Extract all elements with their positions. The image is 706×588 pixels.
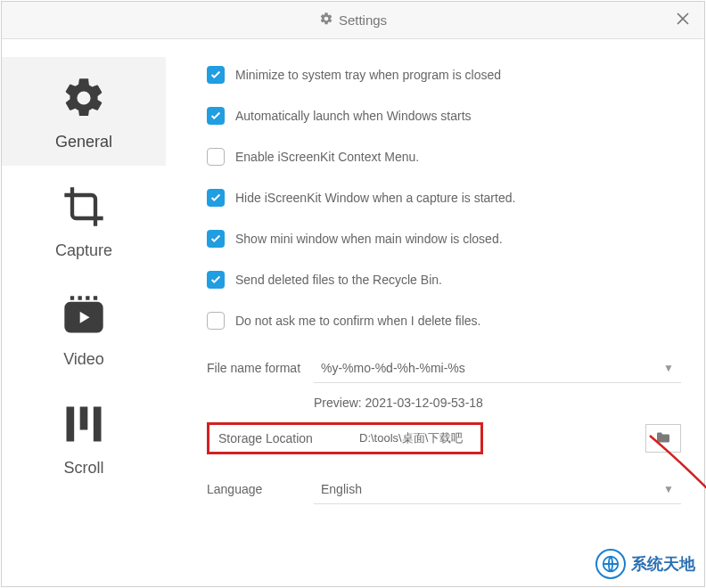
- scroll-icon: [61, 401, 107, 450]
- watermark-badge: 系统天地: [588, 547, 699, 581]
- chevron-down-icon: ▼: [663, 362, 674, 374]
- sidebar-item-scroll[interactable]: Scroll: [2, 383, 166, 492]
- sidebar-item-capture[interactable]: Capture: [2, 166, 166, 274]
- sidebar-item-label: Scroll: [63, 459, 103, 478]
- preview-value: 2021-03-12-09-53-18: [365, 396, 483, 410]
- checkbox-label: Show mini window when main window is clo…: [235, 232, 503, 246]
- checkbox-icon: [207, 107, 225, 125]
- titlebar-title: Settings: [319, 12, 387, 29]
- language-value: English: [321, 482, 362, 496]
- svg-rect-3: [94, 407, 102, 442]
- language-select[interactable]: English ▼: [314, 474, 681, 504]
- close-icon: [676, 10, 690, 30]
- file-format-value: %y-%mo-%d-%h-%mi-%s: [321, 361, 465, 375]
- storage-value: D:\tools\桌面\下载吧: [324, 430, 463, 446]
- svg-rect-2: [80, 407, 88, 430]
- checkbox-label: Send deleted files to the Recycle Bin.: [235, 273, 442, 287]
- file-format-label: File name format: [207, 361, 314, 375]
- video-icon: [61, 292, 107, 341]
- sidebar-item-label: Capture: [55, 241, 112, 260]
- close-button[interactable]: [672, 9, 694, 30]
- preview-label: Preview:: [314, 396, 362, 410]
- checkbox-icon: [207, 66, 225, 84]
- settings-window: Settings General Capture: [1, 1, 705, 587]
- checkbox-icon: [207, 271, 225, 289]
- watermark-text: 系统天地: [631, 553, 695, 575]
- language-label: Language: [207, 482, 314, 496]
- gear-icon: [61, 75, 107, 124]
- checkbox-noconfirm[interactable]: Do not ask me to confirm when I delete f…: [207, 312, 681, 330]
- globe-icon: [595, 549, 626, 579]
- storage-label: Storage Location: [218, 431, 324, 445]
- checkbox-label: Automatically launch when Windows starts: [235, 109, 472, 123]
- file-format-select[interactable]: %y-%mo-%d-%h-%mi-%s ▼: [314, 353, 681, 383]
- checkbox-hide-on-capture[interactable]: Hide iScreenKit Window when a capture is…: [207, 189, 681, 207]
- browse-button[interactable]: [645, 424, 681, 453]
- checkbox-label: Minimize to system tray when program is …: [235, 68, 501, 82]
- storage-highlight-box: Storage Location D:\tools\桌面\下载吧: [207, 422, 483, 454]
- checkbox-context-menu[interactable]: Enable iScreenKit Context Menu.: [207, 148, 681, 166]
- row-file-format: File name format %y-%mo-%d-%h-%mi-%s ▼: [207, 353, 681, 383]
- checkbox-label: Enable iScreenKit Context Menu.: [235, 150, 419, 164]
- folder-icon: [655, 431, 671, 446]
- checkbox-icon: [207, 148, 225, 166]
- chevron-down-icon: ▼: [663, 483, 674, 495]
- checkbox-minimize[interactable]: Minimize to system tray when program is …: [207, 66, 681, 84]
- title-text: Settings: [339, 12, 387, 28]
- gear-icon: [319, 12, 333, 29]
- checkbox-recycle[interactable]: Send deleted files to the Recycle Bin.: [207, 271, 681, 289]
- row-language: Language English ▼: [207, 474, 681, 504]
- checkbox-icon: [207, 189, 225, 207]
- checkbox-autostart[interactable]: Automatically launch when Windows starts: [207, 107, 681, 125]
- checkbox-mini-window[interactable]: Show mini window when main window is clo…: [207, 230, 681, 248]
- content: Minimize to system tray when program is …: [166, 39, 704, 586]
- titlebar: Settings: [2, 2, 704, 39]
- checkbox-label: Do not ask me to confirm when I delete f…: [235, 314, 480, 328]
- file-format-preview: Preview: 2021-03-12-09-53-18: [314, 396, 681, 410]
- body: General Capture Video Scroll: [2, 39, 704, 586]
- sidebar-item-label: General: [55, 133, 112, 151]
- sidebar-item-label: Video: [63, 350, 104, 369]
- sidebar-item-video[interactable]: Video: [2, 274, 166, 383]
- checkbox-label: Hide iScreenKit Window when a capture is…: [235, 191, 515, 205]
- checkbox-icon: [207, 312, 225, 330]
- row-storage: Storage Location D:\tools\桌面\下载吧: [207, 422, 681, 454]
- svg-rect-1: [67, 407, 75, 442]
- sidebar: General Capture Video Scroll: [2, 39, 166, 586]
- checkbox-icon: [207, 230, 225, 248]
- sidebar-item-general[interactable]: General: [2, 57, 166, 166]
- crop-icon: [61, 184, 107, 233]
